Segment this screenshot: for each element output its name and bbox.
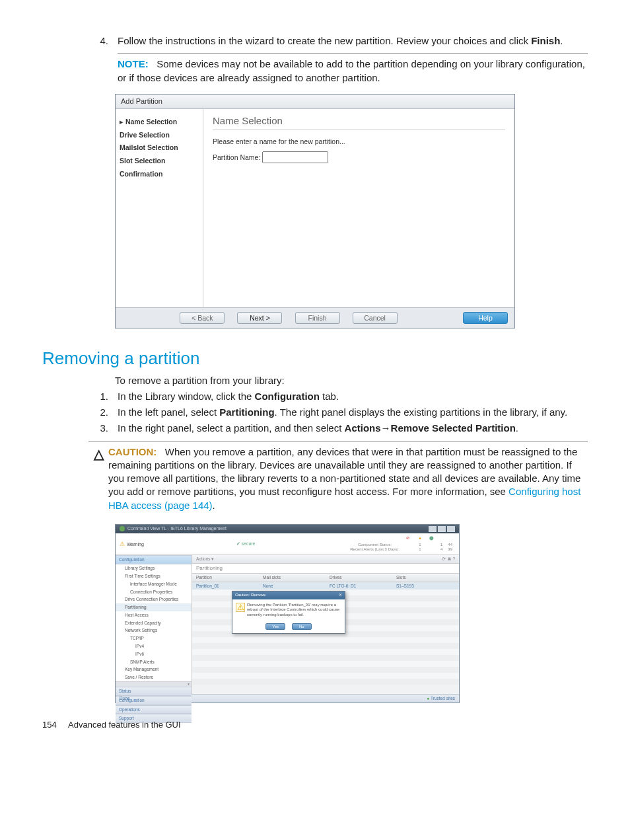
back-button[interactable]: < Back [180, 312, 225, 324]
rs3-b: Actions [345, 422, 381, 434]
mgmt-right-panel: Actions ▾ ⟳ 🖶 ? Partitioning Partition M… [192, 555, 459, 694]
left-item-first-time[interactable]: First Time Settings [116, 572, 192, 580]
wizard-panel: Name Selection Please enter a name for t… [203, 109, 514, 307]
footer-title: Advanced features in the GUI [68, 720, 181, 730]
mgmt-title: Command View TL - IETL6 Library Manageme… [127, 526, 227, 531]
left-item-library-settings[interactable]: Library Settings [116, 564, 192, 572]
left-item-host-access[interactable]: Host Access [116, 611, 192, 619]
cell-slots: S1–S193 [392, 582, 459, 590]
note-block: NOTE: Some devices may not be available … [118, 53, 588, 85]
page-footer: 154 Advanced features in the GUI [42, 719, 588, 731]
left-item-partitioning[interactable]: Partitioning [116, 603, 192, 611]
rs2-c: . The right panel displays the existing … [275, 406, 568, 418]
mgmt-table-row[interactable]: Partition_01 None FC LTO-6: D1 S1–S193 [192, 582, 459, 590]
minimize-button[interactable] [429, 526, 437, 532]
warning-badge: Warning [120, 541, 144, 548]
page-number: 154 [42, 720, 57, 730]
remove-step-3-num: 3. [88, 422, 118, 435]
note-text: Some devices may not be available to add… [118, 58, 585, 83]
st-v2a: 1 [402, 547, 438, 552]
caution-icon: △ [88, 445, 108, 512]
rs1-b: Configuration [255, 391, 320, 402]
dialog-title: Caution: Remove [235, 593, 265, 597]
partition-name-input[interactable] [262, 151, 328, 163]
col-partition[interactable]: Partition [192, 574, 259, 582]
col-mailslots[interactable]: Mail slots [259, 574, 326, 582]
wizard-step-drive[interactable]: Drive Selection [120, 129, 199, 142]
rs1-a: In the Library window, click the [118, 391, 255, 402]
step-4-text-a: Follow the instructions in the wizard to… [118, 35, 531, 46]
status-summary-table: ⊘▲⬤ Component Status:1144 Recent Alerts … [347, 536, 455, 552]
rs1-c: tab. [320, 391, 339, 402]
st-v1c: 44 [445, 543, 455, 547]
st-v1b: 1 [438, 543, 445, 547]
mgmt-titlebar: Command View TL - IETL6 Library Manageme… [116, 525, 459, 533]
close-button[interactable] [447, 526, 455, 532]
cancel-button[interactable]: Cancel [353, 312, 398, 324]
rs2-a: In the left panel, select [118, 406, 219, 418]
rs3-a: In the right panel, select a partition, … [118, 422, 345, 434]
wizard-step-slot[interactable]: Slot Selection [120, 155, 199, 168]
wizard-field-label: Partition Name: [213, 153, 260, 161]
col-slots[interactable]: Slots [392, 574, 459, 582]
remove-step-1: 1. In the Library window, click the Conf… [88, 390, 588, 403]
mgmt-panel-title: Partitioning [192, 564, 459, 574]
secure-badge: secure [144, 541, 347, 547]
st-v1a: 1 [402, 543, 438, 547]
left-sect-operations[interactable]: Operations [116, 705, 192, 714]
left-item-snmp[interactable]: SNMP Alerts [116, 658, 192, 666]
mgmt-toolbar: Actions ▾ ⟳ 🖶 ? [192, 555, 459, 564]
dialog-yes-button[interactable]: Yes [265, 623, 285, 630]
left-item-conn[interactable]: Connection Properties [116, 588, 192, 596]
toolbar-icons[interactable]: ⟳ 🖶 ? [442, 556, 455, 562]
st-r2: Recent Alerts (Last 3 Days): [347, 547, 402, 552]
wizard-step-name[interactable]: Name Selection [120, 116, 199, 129]
left-item-ipv6[interactable]: IPv6 [116, 650, 192, 658]
step-4-number: 4. [88, 34, 118, 85]
left-item-ipv4[interactable]: IPv4 [116, 642, 192, 650]
remove-step-2: 2. In the left panel, select Partitionin… [88, 406, 588, 419]
dialog-no-button[interactable]: No [292, 623, 312, 630]
wizard-title: Add Partition [116, 95, 514, 109]
finish-button[interactable]: Finish [295, 312, 340, 324]
caution-period: . [213, 500, 215, 511]
add-partition-wizard: Add Partition Name Selection Drive Selec… [115, 94, 515, 328]
cell-mailslots: None [259, 582, 326, 590]
wizard-footer: < Back Next > Finish Cancel Help [116, 307, 514, 328]
mgmt-left-panel: Configuration Library Settings First Tim… [116, 555, 192, 694]
left-scroll-indicator[interactable]: ▾ [116, 681, 192, 687]
remove-step-3: 3. In the right panel, select a partitio… [88, 422, 588, 435]
st-v2c: 39 [445, 547, 455, 552]
wizard-step-mailslot[interactable]: Mailslot Selection [120, 141, 199, 155]
wizard-steps-list: Name Selection Drive Selection Mailslot … [116, 109, 203, 307]
rs3-d: Remove Selected Partition [391, 422, 516, 434]
left-item-ext-cap[interactable]: Extended Capacity [116, 619, 192, 627]
rs3-e: . [516, 422, 518, 434]
mgmt-header: Warning secure ⊘▲⬤ Component Status:1144… [116, 533, 459, 555]
actions-menu[interactable]: Actions ▾ [196, 556, 214, 562]
left-item-iface[interactable]: Interface Manager Mode [116, 580, 192, 588]
cell-partition: Partition_01 [192, 582, 259, 590]
help-button[interactable]: Help [463, 312, 508, 324]
step-4: 4. Follow the instructions in the wizard… [88, 34, 588, 85]
maximize-button[interactable] [438, 526, 446, 532]
st-r1: Component Status: [347, 543, 402, 547]
left-item-save-restore[interactable]: Save / Restore [116, 673, 192, 681]
dialog-close-icon[interactable]: ✕ [339, 593, 342, 597]
left-sect-status[interactable]: Status [116, 687, 192, 696]
left-item-tcpip[interactable]: TCP/IP [116, 634, 192, 642]
left-item-drive-conn[interactable]: Drive Connection Properties [116, 595, 192, 603]
col-drives[interactable]: Drives [326, 574, 392, 582]
mgmt-table-head: Partition Mail slots Drives Slots [192, 574, 459, 582]
next-button[interactable]: Next > [237, 312, 282, 324]
rs2-b: Partitioning [219, 406, 274, 418]
wizard-panel-title: Name Selection [213, 114, 505, 130]
confirm-remove-dialog: Caution: Remove ✕ Removing the Partition… [232, 591, 345, 634]
remove-step-1-num: 1. [88, 390, 118, 403]
left-sect-configuration[interactable]: Configuration [116, 555, 192, 564]
left-item-net-settings[interactable]: Network Settings [116, 627, 192, 634]
remove-intro: To remove a partition from your library: [115, 374, 588, 387]
wizard-step-confirm[interactable]: Confirmation [120, 168, 199, 181]
step-4-period: . [560, 35, 563, 46]
left-item-keymgmt[interactable]: Key Management [116, 666, 192, 673]
